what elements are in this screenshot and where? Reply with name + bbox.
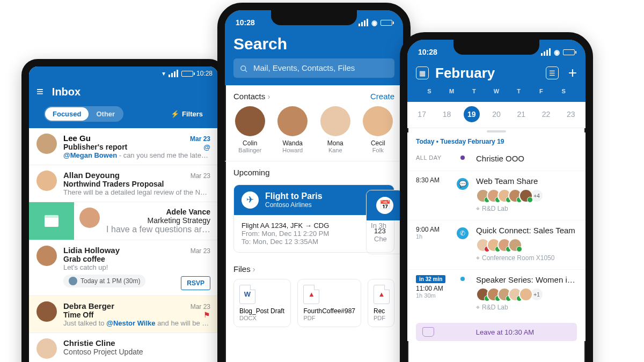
phone-search: 10:28 ◉ Search Mail, Events, Contacts, F… — [217, 3, 411, 362]
contact-card[interactable]: Wanda Howard — [276, 106, 310, 153]
tab-focused[interactable]: Focused — [45, 107, 89, 121]
leave-time-bar[interactable]: Leave at 10:30 AM — [416, 323, 577, 341]
email-item[interactable]: Christie Cline Contoso Project Update — [29, 333, 218, 362]
flight-to: To: Mon, Dec 12 3:35AM — [241, 238, 386, 246]
status-time: 10:28 — [196, 70, 213, 77]
menu-icon[interactable]: ≡ — [36, 85, 43, 99]
email-item[interactable]: Lidia Holloway Mar 23 Grab coffee Let's … — [29, 240, 218, 296]
upcoming-card-peek[interactable]: 📅 123 Che — [366, 190, 404, 254]
calendar-toggle-icon[interactable]: ▦ — [416, 67, 429, 79]
file-ext: PDF — [374, 315, 389, 321]
calendar-title[interactable]: February — [435, 65, 495, 82]
event-title: Speaker Series: Women in Adver… — [476, 275, 577, 284]
day-cell[interactable]: 21 — [509, 106, 533, 122]
event-title: Web Team Share — [476, 176, 577, 186]
search-icon — [240, 63, 248, 73]
avatar — [79, 208, 100, 228]
event-row[interactable]: 8:30 AM 💬 Web Team Share +4 ⌖R&D Lab — [407, 171, 586, 220]
day-cell[interactable]: 18 — [434, 106, 459, 122]
email-date: Mar 23 — [191, 247, 210, 255]
add-event-button[interactable]: + — [568, 64, 577, 82]
day-cell[interactable]: 22 — [533, 106, 558, 122]
email-date: Mar 23 — [190, 135, 210, 143]
chevron-right-icon: › — [267, 92, 270, 101]
file-name: Rec — [374, 307, 389, 315]
search-input[interactable]: Mail, Events, Contacts, Files — [233, 58, 394, 78]
location-icon: ⌖ — [476, 205, 480, 212]
email-list[interactable]: Lee Gu Mar 23 Publisher's report @ @Mega… — [29, 128, 218, 362]
email-sender: Adele Vance — [106, 208, 210, 216]
contact-card[interactable]: Colin Ballinger — [233, 106, 267, 153]
email-date: Mar 23 — [191, 172, 210, 180]
notification-triangle-icon: ▾ — [162, 70, 165, 77]
avatar — [36, 301, 57, 322]
email-item-swiped[interactable]: Adele Vance Marketing Strategy I have a … — [29, 202, 218, 240]
allday-label: ALL DAY — [416, 154, 442, 161]
leave-label: Leave at 10:30 AM — [440, 328, 570, 336]
flight-from: From: Mon, Dec 11 2:20 PM — [241, 230, 386, 238]
archive-action[interactable] — [29, 202, 74, 240]
email-preview: @Megan Bowen - can you send me the lates… — [63, 151, 210, 159]
file-card[interactable]: ▲ Rec PDF — [368, 279, 394, 327]
contact-card[interactable]: Mona Kane — [319, 106, 352, 153]
archive-icon — [45, 215, 58, 227]
signal-icon — [358, 19, 368, 26]
weekday-row: S M T W T F S — [416, 88, 577, 98]
tab-other[interactable]: Other — [89, 107, 122, 121]
phone-inbox: ▾ 10:28 ≡ Inbox Focused Other ⚡ Filters — [21, 59, 225, 362]
file-card[interactable]: W Blog_Post Draft DOCX — [233, 279, 291, 327]
upcoming-title: Flight to Paris — [265, 191, 323, 201]
file-name: Blog_Post Draft — [239, 307, 285, 315]
create-contact-link[interactable]: Create — [370, 92, 394, 101]
agenda-list[interactable]: Today • Tuesday February 19 ALL DAY Chri… — [407, 132, 586, 341]
email-sender: Allan Deyoung — [63, 171, 120, 180]
inbox-title: Inbox — [52, 86, 80, 98]
agenda-view-icon[interactable]: ☰ — [546, 67, 559, 79]
email-preview: Just talked to @Nestor Wilke and he will… — [63, 319, 210, 327]
status-bar: ▾ 10:28 — [29, 67, 218, 80]
inbox-header: ≡ Inbox Focused Other ⚡ Filters — [29, 80, 218, 128]
email-item[interactable]: Allan Deyoung Mar 23 Northwind Traders P… — [29, 165, 218, 202]
days-row: 17 18 19 20 21 22 23 — [407, 102, 586, 128]
day-cell[interactable]: 17 — [409, 106, 434, 122]
email-item[interactable]: Debra Berger Mar 23 Time Off ⚑ Just talk… — [29, 296, 218, 333]
location-icon: ⌖ — [476, 254, 480, 262]
filters-button[interactable]: ⚡ Filters — [171, 110, 203, 118]
upcoming-section-header: Upcoming — [225, 161, 403, 179]
file-ext: DOCX — [239, 315, 285, 321]
day-cell[interactable]: 23 — [559, 106, 583, 122]
status-time: 10:28 — [418, 48, 437, 56]
mention-icon: @ — [203, 143, 210, 151]
event-row[interactable]: in 32 min 11:00 AM 1h 30m Speaker Series… — [407, 270, 586, 319]
contacts-link[interactable]: Contacts › — [233, 92, 270, 101]
avatar — [36, 134, 57, 154]
event-time: 8:30 AM — [416, 176, 449, 212]
event-row[interactable]: ALL DAY Christie OOO — [407, 149, 586, 171]
event-location: ⌖Conference Room X1050 — [476, 254, 577, 262]
attendee-faces: +4 — [476, 189, 577, 203]
wifi-icon: ◉ — [371, 19, 377, 27]
file-card[interactable]: ▲ FourthCoffee#987 PDF — [297, 279, 361, 327]
day-cell[interactable]: 20 — [484, 106, 509, 122]
bolt-icon: ⚡ — [171, 110, 179, 118]
files-row: W Blog_Post Draft DOCX ▲ FourthCoffee#98… — [225, 279, 403, 327]
email-sender: Debra Berger — [63, 301, 114, 311]
contact-card[interactable]: Cecil Folk — [362, 106, 395, 153]
email-subject: Time Off — [63, 311, 94, 319]
contacts-row[interactable]: Colin Ballinger Wanda Howard Mona Kane C… — [225, 106, 403, 161]
email-item[interactable]: Lee Gu Mar 23 Publisher's report @ @Mega… — [29, 128, 218, 165]
chevron-right-icon: › — [253, 264, 255, 274]
event-row[interactable]: 9:00 AM 1h ✆ Quick Connect: Sales Team ⌖… — [407, 220, 586, 270]
svg-line-1 — [245, 70, 247, 72]
files-section-header: Files › — [225, 258, 403, 279]
files-link[interactable]: Files › — [233, 264, 255, 274]
wifi-icon: ◉ — [554, 48, 560, 56]
pdf-file-icon: ▲ — [374, 285, 390, 304]
meeting-chip[interactable]: Today at 1 PM (30m) — [63, 275, 145, 287]
avatar — [277, 106, 308, 136]
countdown-chip: in 32 min — [416, 275, 445, 283]
day-cell-selected[interactable]: 19 — [459, 106, 484, 122]
rsvp-button[interactable]: RSVP — [181, 276, 210, 290]
avatar — [36, 171, 57, 191]
battery-icon — [181, 71, 193, 77]
